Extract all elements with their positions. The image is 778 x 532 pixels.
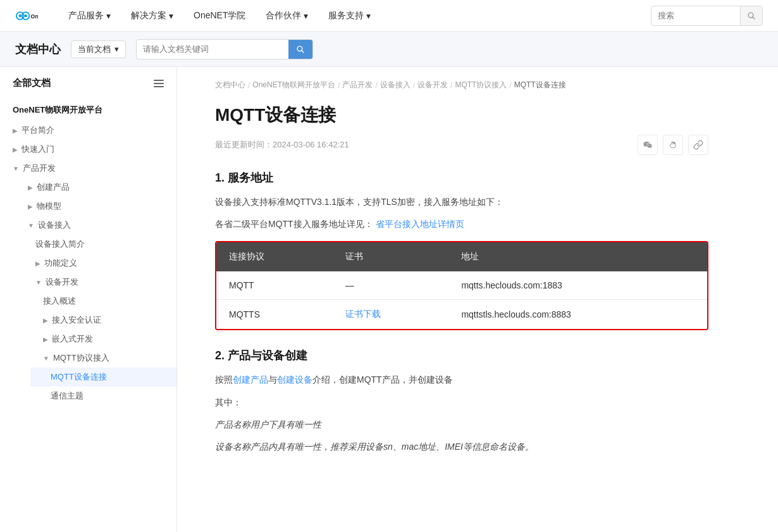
nav-products[interactable]: 产品服务 ▾ xyxy=(68,10,111,22)
sidebar-item-thing-model[interactable]: ▶ 物模型 xyxy=(8,197,176,216)
arrow-right-icon: ▶ xyxy=(13,127,18,134)
sidebar-item-func-def[interactable]: ▶ 功能定义 xyxy=(15,254,176,273)
doc-header: 文档中心 当前文档 ▾ xyxy=(0,32,778,67)
service-address-table: 连接协议 证书 地址 MQTT — mqtts.heclouds.com:188… xyxy=(216,242,707,329)
sidebar-item-platform-intro[interactable]: ▶ 平台简介 xyxy=(0,121,176,140)
link-icon xyxy=(693,140,703,150)
sidebar-item-device-access[interactable]: ▼ 设备接入 xyxy=(8,216,176,235)
meta-row: 最近更新时间：2024-03-06 16:42:21 xyxy=(215,135,708,155)
arrow-right-icon: ▶ xyxy=(35,260,40,267)
chevron-down-icon: ▾ xyxy=(169,11,173,21)
section2-note1: 其中： xyxy=(215,395,708,411)
sidebar-sub-device-access: 设备接入简介 ▶ 功能定义 ▼ 设备开发 接入概述 xyxy=(8,235,176,405)
arrow-down-icon: ▼ xyxy=(35,279,42,286)
breadcrumb-device-access[interactable]: 设备接入 xyxy=(380,80,411,90)
chevron-down-icon: ▾ xyxy=(106,11,111,21)
top-nav: OneNET 产品服务 ▾ 解决方案 ▾ OneNET学院 合作伙伴 ▾ 服务支… xyxy=(0,0,778,32)
breadcrumb-platform[interactable]: OneNET物联网开放平台 xyxy=(252,80,335,90)
svg-point-1 xyxy=(19,14,22,16)
col-address: 地址 xyxy=(448,242,707,271)
share-icons xyxy=(638,135,708,155)
sidebar-item-mqtt-protocol[interactable]: ▼ MQTT协议接入 xyxy=(23,349,176,368)
update-time: 最近更新时间：2024-03-06 16:42:21 xyxy=(215,139,349,151)
chevron-down-icon: ▾ xyxy=(304,11,308,21)
svg-text:OneNET: OneNET xyxy=(31,13,38,19)
sidebar-item-product-dev[interactable]: ▼ 产品开发 xyxy=(0,159,176,178)
col-protocol: 连接协议 xyxy=(216,242,333,271)
section2-note2: 产品名称用户下具有唯一性 xyxy=(215,417,708,433)
sidebar-header: 全部文档 xyxy=(0,77,176,97)
doc-search-input[interactable] xyxy=(137,44,288,54)
main-layout: 全部文档 OneNET物联网开放平台 ▶ 平台简介 ▶ 快速入门 ▼ 产品开发 … xyxy=(0,67,778,532)
link-share-button[interactable] xyxy=(688,135,708,155)
doc-scope-select[interactable]: 当前文档 ▾ xyxy=(71,40,126,58)
chevron-down-icon: ▾ xyxy=(366,11,371,21)
create-device-link[interactable]: 创建设备 xyxy=(277,374,312,385)
sidebar-menu-icon[interactable] xyxy=(154,80,164,87)
nav-academy[interactable]: OneNET学院 xyxy=(194,10,245,22)
breadcrumb: 文档中心 / OneNET物联网开放平台 / 产品开发 / 设备接入 / 设备开… xyxy=(215,80,708,90)
arrow-down-icon: ▼ xyxy=(13,165,19,172)
sidebar-sub-device-dev: 接入概述 ▶ 接入安全认证 ▶ 嵌入式开发 ▼ MQTT协议接入 xyxy=(15,292,176,405)
doc-search-box xyxy=(136,39,313,59)
sidebar-item-access-overview[interactable]: 接入概述 xyxy=(23,292,176,311)
sidebar-item-comm-topic[interactable]: 通信主题 xyxy=(30,387,176,405)
svg-point-3 xyxy=(24,14,27,16)
nav-solutions[interactable]: 解决方案 ▾ xyxy=(131,10,173,22)
service-address-table-wrapper: 连接协议 证书 地址 MQTT — mqtts.heclouds.com:188… xyxy=(215,241,708,330)
top-search-box xyxy=(651,6,763,26)
cert-download-link[interactable]: 证书下载 xyxy=(345,309,381,319)
svg-point-9 xyxy=(670,144,676,148)
main-content: 文档中心 / OneNET物联网开放平台 / 产品开发 / 设备接入 / 设备开… xyxy=(177,67,746,532)
nav-support[interactable]: 服务支持 ▾ xyxy=(328,10,371,22)
chevron-down-icon: ▾ xyxy=(114,44,119,54)
breadcrumb-doc-center[interactable]: 文档中心 xyxy=(215,80,245,90)
sidebar-item-embedded-dev[interactable]: ▶ 嵌入式开发 xyxy=(23,330,176,349)
top-search-input[interactable] xyxy=(651,11,740,20)
sidebar-item-create-product[interactable]: ▶ 创建产品 xyxy=(8,178,176,197)
logo: OneNET xyxy=(15,9,38,23)
wechat-share-button[interactable] xyxy=(638,135,658,155)
cell-protocol-mqtt: MQTT xyxy=(216,271,333,300)
nav-partners[interactable]: 合作伙伴 ▾ xyxy=(266,10,308,22)
table-row: MQTT — mqtts.heclouds.com:1883 xyxy=(216,271,707,300)
create-product-link[interactable]: 创建产品 xyxy=(233,374,268,385)
search-icon xyxy=(296,45,305,54)
section1-sub-intro: 各省二级平台MQTT接入服务地址详见： 省平台接入地址详情页 xyxy=(215,216,708,232)
doc-search-button[interactable] xyxy=(288,40,312,59)
arrow-right-icon: ▶ xyxy=(43,336,48,343)
sidebar-item-device-access-intro[interactable]: 设备接入简介 xyxy=(15,235,176,254)
logo-svg: OneNET xyxy=(15,9,38,23)
section2-intro: 按照创建产品与创建设备介绍，创建MQTT产品，并创建设备 xyxy=(215,372,708,388)
sidebar-platform: OneNET物联网开放平台 xyxy=(0,99,176,121)
section1-intro: 设备接入支持标准MQTTV3.1.1版本，支持TLS加密，接入服务地址如下： xyxy=(215,194,708,210)
cell-cert-mqtts: 证书下载 xyxy=(333,300,449,330)
sidebar-section: OneNET物联网开放平台 ▶ 平台简介 ▶ 快速入门 ▼ 产品开发 ▶ 创建产… xyxy=(0,97,176,408)
breadcrumb-mqtt-protocol[interactable]: MQTT协议接入 xyxy=(455,80,507,90)
weibo-icon xyxy=(668,140,678,150)
provincial-platform-link[interactable]: 省平台接入地址详情页 xyxy=(376,219,464,229)
weibo-share-button[interactable] xyxy=(663,135,683,155)
sidebar-item-device-dev[interactable]: ▼ 设备开发 xyxy=(15,273,176,292)
cell-address-mqtts: mqttstls.heclouds.com:8883 xyxy=(448,300,707,330)
arrow-down-icon: ▼ xyxy=(43,355,49,362)
cell-address-mqtt: mqtts.heclouds.com:1883 xyxy=(448,271,707,300)
breadcrumb-product-dev[interactable]: 产品开发 xyxy=(342,80,373,90)
svg-point-10 xyxy=(674,142,676,144)
sidebar-item-quickstart[interactable]: ▶ 快速入门 xyxy=(0,140,176,159)
sidebar-item-security[interactable]: ▶ 接入安全认证 xyxy=(23,311,176,330)
arrow-right-icon: ▶ xyxy=(13,146,18,153)
breadcrumb-current: MQTT设备连接 xyxy=(514,80,566,90)
cell-protocol-mqtts: MQTTS xyxy=(216,300,333,330)
table-row: MQTTS 证书下载 mqttstls.heclouds.com:8883 xyxy=(216,300,707,330)
table-header-row: 连接协议 证书 地址 xyxy=(216,242,707,271)
svg-line-6 xyxy=(753,16,755,18)
cell-cert-mqtt: — xyxy=(333,271,449,300)
arrow-right-icon: ▶ xyxy=(28,203,33,210)
page-title: MQTT设备连接 xyxy=(215,103,708,127)
top-search-button[interactable] xyxy=(740,6,762,25)
sidebar-item-mqtt-connect[interactable]: MQTT设备连接 xyxy=(30,368,176,387)
sidebar-sub-product-dev: ▶ 创建产品 ▶ 物模型 ▼ 设备接入 设备接入简介 ▶ xyxy=(0,178,176,405)
breadcrumb-device-dev[interactable]: 设备开发 xyxy=(417,80,448,90)
section2: 2. 产品与设备创建 按照创建产品与创建设备介绍，创建MQTT产品，并创建设备 … xyxy=(215,348,708,455)
